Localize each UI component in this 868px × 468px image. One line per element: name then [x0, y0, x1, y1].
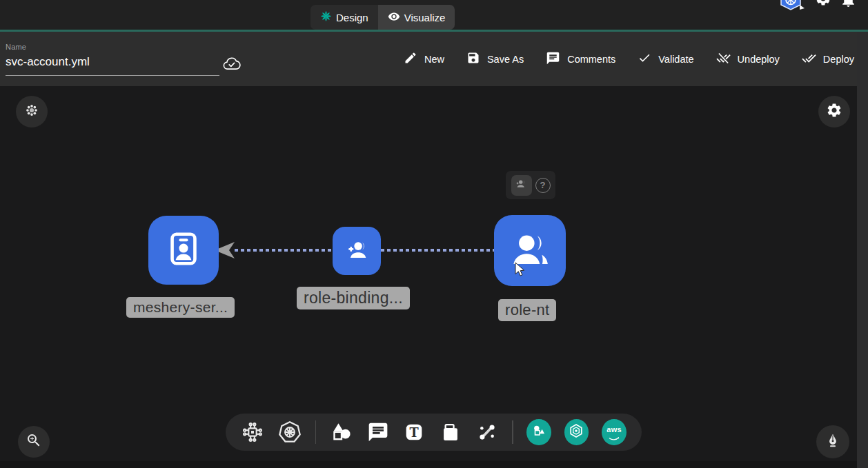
save-as-button[interactable]: Save As [466, 51, 524, 67]
pencil-icon [404, 51, 417, 67]
group-button[interactable] [511, 175, 532, 196]
comment-icon[interactable] [367, 421, 389, 443]
pen-tool-button[interactable] [816, 425, 849, 458]
freeze-layout-icon [24, 103, 39, 121]
right-scrollbar-track[interactable] [857, 32, 868, 468]
node-label-service-account: meshery-ser... [126, 297, 235, 318]
tab-visualize-label: Visualize [404, 12, 446, 23]
comments-button[interactable]: Comments [546, 51, 615, 68]
shapes-icon [531, 423, 546, 441]
cloud-done-icon[interactable] [222, 55, 241, 74]
aws-logo: aws [602, 425, 627, 434]
tab-design[interactable]: Design [310, 5, 378, 30]
notifications-icon[interactable] [840, 0, 857, 11]
save-icon [466, 51, 480, 67]
kubernetes-icon[interactable] [277, 420, 302, 445]
bottom-edge [0, 461, 857, 468]
edge-role-to-role-binding[interactable] [381, 249, 494, 252]
edge-tool-icon[interactable] [475, 420, 499, 444]
help-icon[interactable]: ? [535, 178, 551, 193]
design-name-field: Name svc-account.yml [6, 43, 219, 76]
circuit-icon[interactable] [241, 420, 264, 444]
aws-provider-button[interactable]: aws [602, 419, 627, 445]
tab-visualize[interactable]: Visualize [378, 5, 455, 30]
node-service-account[interactable] [148, 216, 219, 285]
validate-button[interactable]: Validate [638, 51, 693, 67]
double-check-icon [802, 51, 816, 68]
id-badge-icon [164, 229, 204, 272]
top-header: Design Visualize [0, 0, 868, 30]
hexagon-provider-button[interactable] [564, 419, 589, 445]
freeze-layout-button[interactable] [16, 96, 48, 128]
shapes-icon[interactable] [329, 420, 354, 445]
name-field-label: Name [6, 43, 219, 51]
node-role[interactable] [494, 215, 566, 286]
mouse-cursor [514, 262, 528, 280]
gear-icon [826, 102, 842, 121]
check-icon [638, 51, 651, 67]
design-name-input[interactable]: svc-account.yml [6, 55, 219, 76]
design-actions: New Save As Comments [404, 32, 854, 86]
save-as-button-label: Save As [487, 54, 524, 65]
view-tabs: Design Visualize [310, 5, 455, 30]
deploy-button-label: Deploy [823, 54, 854, 65]
kubernetes-context-badge-icon[interactable] [777, 0, 805, 14]
text-glyph: T [410, 425, 419, 440]
new-button-label: New [424, 54, 444, 65]
deploy-button[interactable]: Deploy [802, 51, 854, 68]
help-glyph: ? [540, 180, 546, 190]
zoom-in-icon [26, 432, 42, 451]
undeploy-icon [716, 51, 731, 68]
comment-icon [546, 51, 560, 68]
zoom-in-button[interactable] [18, 426, 50, 458]
canvas-settings-button[interactable] [818, 96, 850, 128]
design-toolbar: Name svc-account.yml New [0, 32, 868, 86]
undeploy-button-label: Undeploy [738, 54, 780, 65]
pen-tool-icon [825, 432, 841, 451]
node-hover-toolbar: ? [506, 171, 555, 199]
node-role-binding[interactable] [333, 227, 381, 275]
shapes-dock: T [226, 414, 642, 451]
person-add-icon [342, 235, 371, 267]
validate-button-label: Validate [658, 54, 693, 65]
dock-divider [315, 420, 316, 444]
node-label-role-binding: role-binding... [297, 287, 410, 309]
undeploy-button[interactable]: Undeploy [716, 51, 780, 68]
text-icon[interactable]: T [402, 420, 426, 444]
node-label-role: role-nt [498, 299, 556, 321]
meshery-logo-icon [320, 10, 332, 24]
tab-design-label: Design [336, 12, 368, 23]
comments-button-label: Comments [567, 54, 615, 65]
hexagon-icon [568, 423, 584, 442]
eye-icon [388, 10, 400, 25]
edge-role-binding-to-service-account[interactable] [235, 249, 333, 252]
group-icon [515, 177, 528, 193]
meshery-design-app: Design Visualize [0, 0, 868, 468]
new-button[interactable]: New [404, 51, 444, 67]
note-icon[interactable] [439, 420, 462, 444]
settings-icon[interactable] [815, 0, 831, 10]
dock-divider [512, 420, 513, 444]
shapes-provider-button[interactable] [526, 419, 551, 445]
design-canvas[interactable]: ? meshery-ser... [0, 86, 857, 468]
